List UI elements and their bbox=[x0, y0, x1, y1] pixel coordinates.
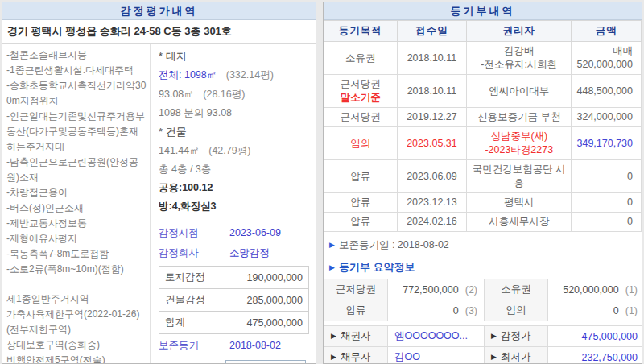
land-share-ratio: 1098 분의 93.08 bbox=[159, 104, 309, 122]
registry-amount: 매매520,000,000 bbox=[572, 42, 642, 75]
appraisal-body: -철콘조슬래브지붕 -1종근린생활시설.다세대주택 -송화초등학교서측직선거리약… bbox=[2, 44, 316, 363]
appraisal-date-label: 감정시점 bbox=[159, 223, 229, 243]
building-section-label: * 건물 bbox=[159, 122, 309, 142]
minimum-price-label: ▶최저가 bbox=[485, 347, 548, 364]
note-line: -제형에유사평지 bbox=[6, 231, 147, 246]
zoning-line: 제1종일반주거지역 bbox=[6, 292, 147, 307]
preserve-registry-date-text: 보존등기일 : 2018-08-02 bbox=[339, 239, 449, 250]
appraisal-report-button[interactable]: 감정평가서▶ bbox=[225, 360, 306, 363]
appraised-price-label: ▶감정가 bbox=[485, 326, 548, 347]
appraisal-company-label: 감정회사 bbox=[159, 243, 229, 263]
summary-label: 임의 bbox=[485, 300, 548, 321]
land-section-label: * 대지 bbox=[159, 47, 309, 66]
button-row: 감정평가서▶ bbox=[159, 356, 309, 363]
registry-amount: 0 bbox=[572, 193, 642, 213]
col-header-purpose: 등기목적 bbox=[324, 21, 398, 42]
building-common-area: 공용:100.12 bbox=[159, 179, 309, 197]
land-appraisal-value: 190,000,000 bbox=[233, 267, 309, 289]
note-line: -차량접근용이 bbox=[6, 185, 147, 201]
summary-count: (1) bbox=[625, 284, 638, 296]
registry-holder: 국민건강보험공단 시흥 bbox=[467, 160, 572, 193]
land-share-area-line: 93.08㎡ (28.16평) bbox=[159, 85, 309, 104]
registry-date: 2023.12.13 bbox=[397, 193, 467, 213]
table-row: 토지감정 190,000,000 bbox=[159, 267, 309, 289]
minimum-price-value: 232,750,000 bbox=[548, 347, 643, 364]
appraisal-date-value: 2023-06-09 bbox=[229, 223, 281, 243]
registry-panel-title: 등기부내역 bbox=[324, 2, 642, 20]
registry-purpose: 압류 bbox=[324, 213, 398, 232]
registry-summary-title: ▶등기부 요약정보 bbox=[324, 255, 642, 279]
summary-label: 근저당권 bbox=[324, 279, 388, 300]
appraisal-panel-title: 감정평가내역 bbox=[2, 2, 316, 20]
registry-row: 근저당권 2019.12.27 신용보증기금 부천 324,000,000 bbox=[324, 108, 642, 127]
note-line: -송화초등학교서측직선거리약300m지점위치 bbox=[6, 78, 147, 109]
zoning-line: 가축사육제한구역(2022-01-26)(전부제한구역) bbox=[6, 307, 147, 337]
note-line: -소로2류(폭8m~10m)(접합) bbox=[6, 262, 147, 277]
summary-label: 압류 bbox=[324, 300, 388, 321]
registry-holder: 성남중부(새) -2023타경2273 bbox=[467, 127, 572, 160]
note-line: -제반교통사정보통 bbox=[6, 216, 147, 231]
building-rooms: 방:4,화장실3 bbox=[159, 197, 309, 216]
detail-row: ▶채권자 엠OOOOOOO... ▶감정가 475,000,000 bbox=[324, 326, 643, 347]
registry-row: 압류 2023.12.13 평택시 0 bbox=[324, 193, 642, 213]
building-area-pyeong: (42.79평) bbox=[208, 145, 250, 156]
registry-purpose: 압류 bbox=[324, 160, 398, 193]
building-appraisal-label: 건물감정 bbox=[159, 289, 233, 312]
registry-holder: 엠씨아이대부 bbox=[467, 75, 572, 108]
summary-value: 0(1) bbox=[548, 300, 643, 321]
land-area-pyeong: (28.16평) bbox=[203, 89, 245, 100]
registry-panel: 등기부내역 등기목적 접수일 권리자 금액 소유권 2018.10.11 김강배… bbox=[323, 2, 642, 364]
col-header-date: 접수일 bbox=[397, 21, 467, 42]
registry-holder: 평택시 bbox=[467, 193, 572, 213]
summary-value: 520,000,000(1) bbox=[548, 279, 643, 300]
registry-row: 압류 2024.02.16 시흥세무서장 0 bbox=[324, 213, 642, 232]
appraised-price-value: 475,000,000 bbox=[548, 326, 643, 347]
appraisal-company-row: 감정회사 소망감정 bbox=[159, 243, 309, 263]
note-line: -철콘조슬래브지붕 bbox=[6, 48, 147, 63]
registry-purpose: 임의 bbox=[324, 127, 398, 160]
summary-row: 근저당권 772,500,000(2) 소유권 520,000,000(1) bbox=[324, 279, 643, 300]
property-address: 경기 평택시 팽성읍 송화리 24-58 C동 3층 301호 bbox=[2, 20, 316, 44]
registry-row: 소유권 2018.10.11 김강배 -전소유자:서희환 매매520,000,0… bbox=[324, 42, 642, 75]
registry-holder: 김강배 -전소유자:서희환 bbox=[467, 42, 572, 75]
building-area: 141.44㎡ bbox=[159, 145, 200, 156]
registry-summary-table: 근저당권 772,500,000(2) 소유권 520,000,000(1) 압… bbox=[324, 279, 642, 321]
registry-row: 근저당권 말소기준 2018.10.11 엠씨아이대부 448,500,000 bbox=[324, 75, 642, 108]
appraisal-amount-table: 토지감정 190,000,000 건물감정 285,000,000 합계 475… bbox=[159, 266, 309, 334]
summary-value: 0(3) bbox=[388, 300, 485, 321]
registry-amount: 448,500,000 bbox=[572, 75, 642, 108]
bullet-arrow-icon: ▶ bbox=[491, 353, 497, 361]
appraisal-company-value: 소망감정 bbox=[229, 243, 270, 263]
registry-amount: 324,000,000 bbox=[572, 108, 642, 127]
building-floors: 총 4층 / 3층 bbox=[159, 160, 309, 179]
summary-value: 772,500,000(2) bbox=[388, 279, 485, 300]
registry-holder: 신용보증기금 부천 bbox=[467, 108, 572, 127]
note-line: -북동측폭7-8m도로접함 bbox=[6, 246, 147, 262]
land-area: 93.08㎡ bbox=[159, 89, 194, 100]
bullet-arrow-icon: ▶ bbox=[329, 263, 335, 271]
appraisal-date-row: 감정시점 2023-06-09 bbox=[159, 223, 309, 243]
zoning-line: 상대보호구역(송화중) bbox=[6, 337, 147, 353]
total-appraisal-label: 합계 bbox=[159, 312, 233, 334]
col-header-holder: 권리자 bbox=[467, 21, 572, 42]
land-total-line: 전체: 1098㎡ (332.14평) bbox=[159, 66, 309, 85]
registry-purpose: 근저당권 bbox=[324, 108, 398, 127]
registry-date: 2018.10.11 bbox=[397, 42, 467, 75]
registry-date: 2023.05.31 bbox=[397, 127, 467, 160]
registry-purpose: 소유권 bbox=[324, 42, 398, 75]
note-line: -인근일대는기존및신규주거용부동산(다가구및공동주택등)혼재하는주거지대 bbox=[6, 109, 147, 155]
bullet-arrow-icon: ▶ bbox=[491, 332, 497, 340]
preserve-registry-date-line: ▶보존등기일 : 2018-08-02 bbox=[324, 232, 642, 255]
creditor-value: 엠OOOOOOO... bbox=[388, 326, 485, 347]
registry-date: 2023.06.09 bbox=[397, 160, 467, 193]
registry-holder: 시흥세무서장 bbox=[467, 213, 572, 232]
registry-date: 2024.02.16 bbox=[397, 213, 467, 232]
appraisal-panel: 감정평가내역 경기 평택시 팽성읍 송화리 24-58 C동 3층 301호 -… bbox=[2, 2, 316, 364]
building-area-line: 141.44㎡ (42.79평) bbox=[159, 142, 309, 160]
land-appraisal-label: 토지감정 bbox=[159, 267, 233, 289]
registry-row: 압류 2023.06.09 국민건강보험공단 시흥 0 bbox=[324, 160, 642, 193]
registry-amount: 0 bbox=[572, 213, 642, 232]
registry-table: 등기목적 접수일 권리자 금액 소유권 2018.10.11 김강배 -전소유자… bbox=[324, 20, 642, 232]
case-detail-table: ▶채권자 엠OOOOOOO... ▶감정가 475,000,000 ▶채무자 김… bbox=[324, 325, 642, 364]
bullet-arrow-icon: ▶ bbox=[331, 332, 336, 340]
